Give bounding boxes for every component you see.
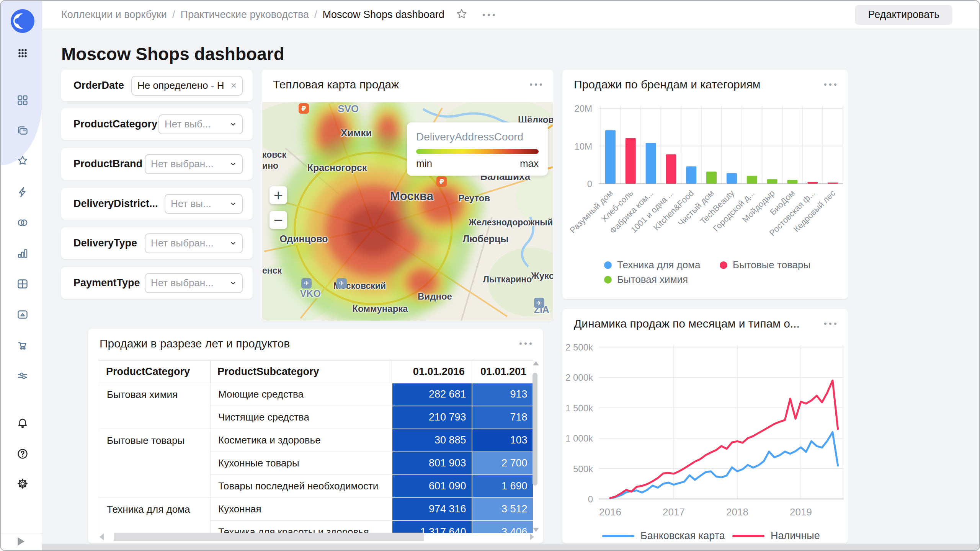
heatmap-card-menu-icon[interactable] [530, 83, 542, 86]
dashboards-icon[interactable] [16, 277, 29, 290]
line-legend-item[interactable]: Банковская карта [602, 530, 725, 542]
sidebar [1, 1, 42, 550]
legend-dot-icon [604, 261, 612, 269]
horizontal-scroll-thumb[interactable] [114, 533, 424, 541]
map-place-label: Коммунарка [352, 303, 408, 314]
favorite-star-icon[interactable] [455, 8, 468, 22]
line-chart-menu-icon[interactable] [824, 323, 836, 325]
map-place-label: Химки [341, 127, 372, 139]
svg-text:2 000k: 2 000k [565, 372, 593, 383]
value-cell-2017: 1 690 [472, 475, 533, 498]
svg-text:10M: 10M [574, 141, 592, 152]
breadcrumb-item[interactable]: Коллекции и воркбуки [61, 9, 167, 21]
storage-icon[interactable] [16, 308, 29, 321]
svg-text:Чистый дом: Чистый дом [676, 188, 716, 228]
breadcrumb-item[interactable]: Практические руководства [180, 9, 309, 21]
table-row: Бытовые товарыКосметика и здоровье30 885… [99, 429, 533, 452]
table-vertical-scrollbar[interactable] [531, 361, 539, 532]
map-place-label: Лыткарино [483, 274, 532, 284]
notifications-bell-icon[interactable] [16, 417, 29, 430]
help-icon[interactable] [16, 447, 29, 460]
breadcrumb: Коллекции и воркбуки/Практические руково… [61, 9, 444, 21]
select-filter[interactable]: Нет выбран... [145, 154, 243, 174]
pivot-table-card: Продажи в разрезе лет и продуктов Produc… [88, 329, 543, 543]
legend-dot-icon [720, 261, 727, 269]
map-place-label: Люберцы [463, 233, 509, 244]
select-filter[interactable]: Нет выб... [158, 114, 243, 134]
legend-label: Наличные [771, 530, 820, 542]
chevron-down-icon [227, 160, 237, 169]
chevron-down-icon [227, 199, 237, 209]
filter-card-DeliveryType: DeliveryTypeНет выбран... [61, 227, 253, 259]
ruble-badge-icon: ₽ [299, 103, 309, 114]
breadcrumb-separator: / [314, 9, 317, 21]
edit-button[interactable]: Редактировать [855, 5, 952, 25]
map-place-label: Жуковс [531, 271, 553, 281]
table-horizontal-scrollbar[interactable] [100, 532, 534, 541]
table-column-header[interactable]: ProductSubcategory [211, 361, 392, 383]
map-place-label: Одинцово [280, 233, 328, 244]
subcategory-cell: Кухонные товары [211, 452, 392, 475]
breadcrumb-separator: / [172, 9, 175, 21]
connections-icon[interactable] [16, 186, 29, 199]
table-row: Бытовая химияМоющие средства282 681913 [99, 383, 533, 406]
charts-icon[interactable] [16, 247, 29, 260]
collections-icon[interactable] [16, 124, 29, 137]
legend-label: Банковская карта [640, 530, 725, 542]
scroll-right-icon[interactable] [530, 533, 534, 540]
breadcrumb-menu-icon[interactable] [483, 14, 495, 16]
navigation-squares-icon[interactable] [16, 94, 29, 107]
service-settings-sliders-icon[interactable] [16, 369, 29, 382]
value-cell-2017: 2 700 [472, 452, 533, 475]
filter-label: OrderDate [74, 80, 124, 91]
sidebar-expand-icon[interactable] [18, 537, 27, 546]
filter-label: ProductCategory [74, 118, 157, 130]
table-card-menu-icon[interactable] [519, 342, 532, 345]
favorites-star-icon[interactable] [16, 154, 29, 167]
date-filter-input[interactable]: Не определено - Н× [131, 76, 243, 96]
bar-legend-item[interactable]: Бытовые товары [720, 259, 810, 271]
map-zoom-in-button[interactable]: + [270, 186, 287, 204]
scroll-up-icon[interactable] [533, 361, 539, 365]
pivot-table: ProductCategoryProductSubcategory01.01.2… [99, 360, 535, 533]
sidebar-footer-divider [1, 533, 42, 533]
apps-grid-icon[interactable] [16, 47, 29, 60]
value-cell-2017: 913 [472, 383, 533, 406]
table-column-header[interactable]: 01.01.201 [472, 361, 533, 383]
svg-text:2016: 2016 [599, 506, 621, 518]
filter-card-ProductBrand: ProductBrandНет выбран... [61, 148, 253, 180]
page-scrollbar[interactable] [42, 544, 979, 550]
scroll-down-icon[interactable] [533, 528, 539, 532]
legend-label: Бытовая химия [617, 274, 688, 285]
airport-badge-icon: ✈ [301, 278, 312, 289]
vertical-scroll-thumb[interactable] [532, 373, 537, 486]
svg-text:500k: 500k [573, 464, 593, 474]
map-canvas[interactable]: SVOХимкиковскиноКрасногорскЩёлковоМосква… [262, 102, 553, 321]
clear-icon[interactable]: × [227, 80, 237, 91]
select-filter[interactable]: Нет выбран... [145, 233, 243, 253]
scroll-left-icon[interactable] [100, 533, 104, 540]
settings-gear-icon[interactable] [16, 477, 29, 490]
select-filter[interactable]: Нет выбран... [145, 273, 243, 293]
bar-chart-menu-icon[interactable] [824, 83, 836, 86]
bar-legend-item[interactable]: Техника для дома [604, 259, 700, 271]
page-title: Moscow Shops dashboard [61, 44, 284, 64]
map-place-label: Москва [390, 189, 433, 203]
select-filter[interactable]: Нет вы... [165, 194, 243, 214]
filter-label: ProductBrand [74, 158, 142, 170]
line-legend-item[interactable]: Наличные [732, 530, 820, 542]
datalens-logo-icon[interactable] [11, 9, 34, 33]
map-zoom-out-button[interactable]: − [270, 211, 287, 229]
subcategory-cell: Товары последней необходимости [211, 475, 392, 498]
svg-text:0: 0 [587, 179, 592, 189]
filter-card-ProductCategory: ProductCategoryНет выб... [61, 108, 253, 140]
datasets-icon[interactable] [16, 216, 29, 229]
table-column-header[interactable]: ProductCategory [99, 361, 211, 383]
svg-text:0: 0 [588, 494, 593, 504]
table-column-header[interactable]: 01.01.2016 [392, 361, 472, 383]
chevron-down-icon [227, 239, 237, 248]
bar-legend-item[interactable]: Бытовая химия [604, 274, 688, 285]
marketplace-cart-icon[interactable] [16, 339, 29, 352]
legend-min-label: min [416, 158, 432, 170]
map-place-label: SVO [338, 103, 359, 115]
